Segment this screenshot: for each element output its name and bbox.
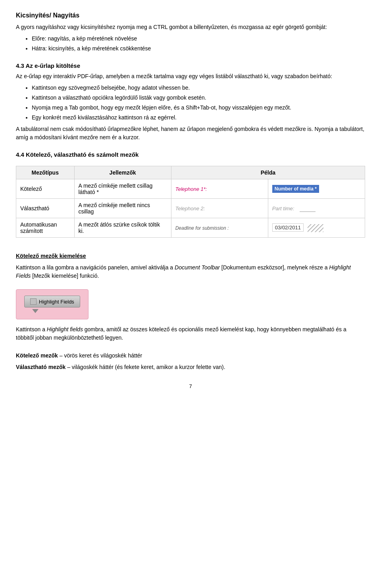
col-header-desc: Jellemzők	[74, 166, 171, 179]
telephone1-label: Telephone 1*:	[175, 186, 207, 192]
highlight-section-title: Kötelező mezők kiemelése	[16, 252, 365, 260]
highlight-footer1-cont: – vörös keret és világoskék háttér	[60, 352, 142, 359]
highlight-fields-icon	[30, 298, 37, 305]
form-para1: Az e-űrlap egy interaktív PDF-űrlap, ame…	[16, 72, 365, 81]
deadline-value: 03/02/2011	[272, 223, 304, 232]
row-auto-example-left: Deadline for submission :	[171, 218, 268, 238]
form-list-item-3: Nyomja meg a Tab gombot, hogy egy mezőt …	[32, 104, 365, 112]
col-header-type: Mezőtípus	[16, 166, 75, 179]
col-header-example: Példa	[171, 166, 365, 179]
highlight-para1: Kattintson a lila gombra a navigációs pa…	[16, 263, 365, 280]
highlight-title-text: Kötelező mezők kiemelése	[16, 253, 86, 259]
row-optional-example-left: Telephone 2:	[171, 199, 268, 218]
highlight-fields-box: Highlight Fields	[16, 289, 89, 319]
highlight-para1-italic: Document Toolbar	[175, 264, 220, 271]
highlight-para2-start: Kattintson a	[16, 326, 45, 332]
zoom-list-item-2: Hátra: kicsinyítés, a kép méretének csök…	[32, 44, 365, 53]
row-auto-desc: A mezőt átlós szürke csíkok töltik ki.	[74, 218, 171, 238]
highlight-footer2-bold: Választható mezők	[16, 364, 65, 370]
highlight-para1-cont: [Dokumentum eszközsor], melynek része a	[221, 264, 328, 271]
highlight-fields-button[interactable]: Highlight Fields	[24, 296, 80, 307]
row-mandatory-type: Kötelező	[16, 179, 75, 199]
table-row-mandatory: Kötelező A mező címkéje mellett csillag …	[16, 179, 365, 199]
section-table-title: 4.4 Kötelező, választható és számolt mez…	[16, 151, 365, 158]
form-list-item-1: Kattintson egy szövegmező belsejébe, hog…	[32, 84, 365, 92]
page-number: 7	[16, 383, 365, 389]
highlight-footer2-cont: – világoskék háttér (és fekete keret, am…	[67, 364, 225, 370]
part-time-label: Part time:	[272, 206, 294, 211]
row-optional-example-right: Part time:	[268, 199, 365, 218]
deadline-label: Deadline for submission :	[175, 225, 229, 231]
row-mandatory-example-left: Telephone 1*:	[171, 179, 268, 199]
zoom-para1: A gyors nagyításhoz vagy kicsinyítéshez …	[16, 23, 365, 31]
row-auto-example-right: 03/02/2011	[268, 218, 365, 238]
section-form-title: 4.3 Az e-űrlap kitöltése	[16, 62, 365, 69]
highlight-para1-cont2: [Mezők kiemelése] funkció.	[32, 273, 99, 279]
table-row-auto: Automatikusan számított A mezőt átlós sz…	[16, 218, 365, 238]
section-zoom-title: Kicsinyítés/ Nagyítás	[16, 12, 365, 19]
row-optional-type: Választható	[16, 199, 75, 218]
row-auto-type: Automatikusan számított	[16, 218, 75, 238]
highlight-footer1-bold: Kötelező mezők	[16, 352, 58, 359]
highlight-fields-button-label: Highlight Fields	[39, 299, 74, 305]
row-optional-desc: A mező címkéje mellett nincs csillag	[74, 199, 171, 218]
form-list-item-2: Kattintson a választható opciókra legörd…	[32, 94, 365, 102]
telephone2-label: Telephone 2:	[175, 206, 205, 211]
arrow-down-icon	[32, 309, 38, 313]
fields-table: Mezőtípus Jellemzők Példa Kötelező A mez…	[16, 166, 365, 238]
row-mandatory-desc: A mező címkéje mellett csillag látható *	[74, 179, 171, 199]
form-list: Kattintson egy szövegmező belsejébe, hog…	[32, 84, 365, 122]
highlight-para1-start: Kattintson a lila gombra a navigációs pa…	[16, 264, 173, 271]
table-row-optional: Választható A mező címkéje mellett nincs…	[16, 199, 365, 218]
row-mandatory-example-right: Number of media *	[268, 179, 365, 199]
zoom-list-item-1: Előre: nagyítás, a kép méretének növelés…	[32, 35, 365, 43]
number-media-label: Number of media *	[272, 185, 319, 193]
highlight-para2: Kattintson a Highlight fields gombra, am…	[16, 325, 365, 342]
highlight-footer2: Választható mezők – világoskék háttér (é…	[16, 363, 365, 371]
highlight-para2-italic-text: Highlight fields	[47, 326, 83, 332]
form-list-item-4: Egy konkrét mező kiválasztásához kattint…	[32, 113, 365, 122]
form-para2: A tabulátorral nem csak módosítható űrla…	[16, 125, 365, 142]
zoom-list: Előre: nagyítás, a kép méretének növelés…	[32, 35, 365, 53]
highlight-footer1: Kötelező mezők – vörös keret és világosk…	[16, 352, 365, 360]
